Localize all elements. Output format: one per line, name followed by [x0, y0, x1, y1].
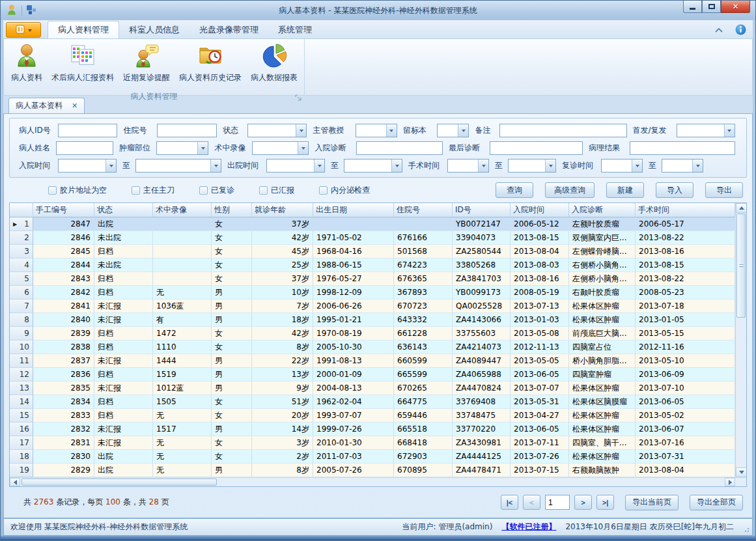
table-row[interactable]: 22846未出院女42岁1971-05-02676166339040732013… [10, 231, 735, 245]
search-combo-box[interactable] [677, 124, 735, 137]
search-combo-box[interactable] [252, 141, 309, 155]
scroll-down-button[interactable] [736, 467, 746, 477]
combo-arrow-button[interactable] [105, 160, 116, 172]
table-row[interactable]: 42844未出院女25岁1988-06-15674223338052682013… [10, 258, 735, 272]
search-combo-box[interactable] [58, 159, 117, 173]
search-combo-box[interactable] [437, 124, 469, 137]
table-row[interactable]: 152833归档无女20岁1993-07-0765944633748475201… [10, 409, 735, 423]
combo-arrow-button[interactable] [724, 124, 735, 137]
column-header[interactable]: 住院号 [394, 203, 453, 217]
ribbon-button[interactable]: 病人资料 [7, 40, 47, 91]
search-text-input[interactable] [490, 141, 583, 155]
table-row[interactable]: ▶12847出院女37岁YB00721472006-05-12左额叶胶质瘤200… [10, 217, 735, 231]
advanced-query-button[interactable]: 高级查询 [545, 182, 595, 198]
column-header[interactable]: 入院时间 [511, 203, 569, 217]
scroll-right-button[interactable] [725, 478, 735, 486]
search-text-input[interactable] [58, 124, 118, 137]
filter-checkbox[interactable]: 主任主刀 [132, 185, 175, 196]
column-header[interactable]: ID号 [453, 203, 511, 217]
column-header[interactable]: 术中录像 [153, 203, 212, 217]
export-button[interactable]: 导出 [705, 182, 743, 198]
combo-arrow-button[interactable] [386, 124, 397, 137]
vertical-scroll-thumb[interactable] [736, 214, 746, 318]
column-header[interactable]: 出生日期 [313, 203, 394, 217]
ribbon-button[interactable]: 术后病人汇报资料 [47, 40, 119, 91]
export-current-page-button[interactable]: 导出当前页 [625, 495, 679, 510]
prev-page-button[interactable]: < [523, 495, 540, 510]
column-header[interactable]: 手术时间 [636, 203, 735, 217]
table-row[interactable]: 122836归档1519男13岁2000-01-09665599ZA406598… [10, 368, 735, 381]
combo-arrow-button[interactable] [478, 160, 488, 172]
resize-grip[interactable] [744, 527, 749, 533]
combo-arrow-button[interactable] [314, 160, 324, 172]
table-row[interactable]: 52843归档女37岁1976-05-27676365ZA38417032013… [10, 272, 735, 286]
table-row[interactable]: 172831未汇报无女3岁2010-01-30668418ZA343098120… [10, 436, 735, 450]
table-row[interactable]: 72841未汇报1036蓝男7岁2006-06-26670723QA002552… [10, 299, 735, 313]
filter-checkbox[interactable]: 已汇报 [259, 185, 294, 196]
table-row[interactable]: 162832未汇报1517男14岁1999-07-266655183377022… [10, 423, 735, 436]
table-row[interactable]: 82840未汇报有男18岁1995-01-21643332ZA414306620… [10, 313, 735, 327]
combo-arrow-button[interactable] [296, 124, 306, 137]
combo-arrow-button[interactable] [692, 160, 703, 172]
query-button[interactable]: 查询 [496, 182, 533, 198]
application-menu-button[interactable] [6, 22, 41, 38]
column-header[interactable]: 就诊年龄 [252, 203, 313, 217]
filter-checkbox[interactable]: 内分泌检查 [319, 185, 370, 196]
collapse-ribbon-icon[interactable] [714, 26, 723, 35]
table-row[interactable]: 142834归档1505女51岁1962-02-0466477533769408… [10, 395, 735, 409]
filter-checkbox[interactable]: 胶片地址为空 [48, 185, 107, 196]
import-button[interactable]: 导入 [656, 182, 693, 198]
scroll-up-button[interactable] [736, 203, 746, 213]
column-header[interactable]: 入院诊断 [569, 203, 636, 217]
search-combo-box[interactable] [266, 159, 325, 173]
page-number-input[interactable] [545, 495, 570, 510]
next-page-button[interactable]: > [574, 495, 592, 510]
close-button[interactable]: ✕ [721, 1, 750, 13]
search-combo-box[interactable] [135, 159, 221, 173]
maximize-button[interactable] [702, 1, 721, 13]
ribbon-tab[interactable]: 病人资料管理 [48, 21, 119, 38]
combo-arrow-button[interactable] [210, 160, 221, 172]
table-row[interactable]: 182830出院无女2岁2011-07-03672903ZA4444125201… [10, 450, 735, 464]
combo-arrow-button[interactable] [391, 160, 402, 172]
ribbon-tab[interactable]: 光盘录像带管理 [189, 21, 268, 38]
table-row[interactable]: 192829出院无男8岁2005-07-26670895ZA4478471201… [10, 464, 735, 477]
column-header[interactable]: 性别 [212, 203, 252, 217]
filter-checkbox[interactable]: 已复诊 [199, 185, 234, 196]
search-text-input[interactable] [157, 124, 217, 137]
last-page-button[interactable]: >| [596, 495, 614, 510]
table-row[interactable]: 112837未汇报1444男22岁1991-08-13660599ZA40894… [10, 354, 735, 368]
search-combo-box[interactable] [601, 159, 643, 173]
search-combo-box[interactable] [156, 141, 208, 155]
ribbon-button[interactable]: 病人数据报表 [246, 40, 302, 91]
ribbon-tab[interactable]: 科室人员信息 [119, 21, 189, 38]
search-text-input[interactable] [499, 124, 626, 137]
combo-arrow-button[interactable] [458, 124, 468, 137]
ribbon-button[interactable]: 病人资料历史记录 [175, 40, 246, 91]
info-icon[interactable] [735, 24, 746, 37]
combo-arrow-button[interactable] [197, 142, 208, 154]
vertical-scrollbar[interactable] [735, 203, 746, 477]
horizontal-scroll-thumb[interactable] [21, 479, 217, 486]
search-combo-box[interactable] [447, 159, 489, 173]
column-header[interactable]: 手工编号 [33, 203, 94, 217]
search-combo-box[interactable] [247, 124, 307, 137]
org-grid-icon[interactable] [26, 5, 36, 17]
vertical-scroll-track[interactable] [736, 213, 746, 467]
software-registered-link[interactable]: 【软件已注册】 [501, 521, 556, 533]
minimize-button[interactable] [683, 1, 702, 13]
combo-arrow-button[interactable] [545, 160, 555, 172]
dialog-launcher-icon[interactable] [295, 94, 301, 103]
combo-arrow-button[interactable] [632, 160, 642, 172]
combo-arrow-button[interactable] [298, 142, 308, 154]
app-user-icon[interactable] [6, 4, 18, 18]
table-row[interactable]: 132835未汇报1012蓝男9岁2004-08-13670265ZA44708… [10, 381, 735, 395]
search-combo-box[interactable] [344, 159, 402, 173]
table-row[interactable]: 102838归档1110女8岁2005-10-30636143ZA4214073… [10, 340, 735, 354]
table-row[interactable]: 92839归档1472女42岁1970-08-19661228337556032… [10, 327, 735, 340]
horizontal-scrollbar[interactable] [10, 477, 746, 486]
search-text-input[interactable] [56, 141, 113, 155]
tab-close-icon[interactable]: ✕ [72, 102, 77, 110]
export-all-pages-button[interactable]: 导出全部页 [690, 495, 743, 510]
search-combo-box[interactable] [662, 159, 703, 173]
